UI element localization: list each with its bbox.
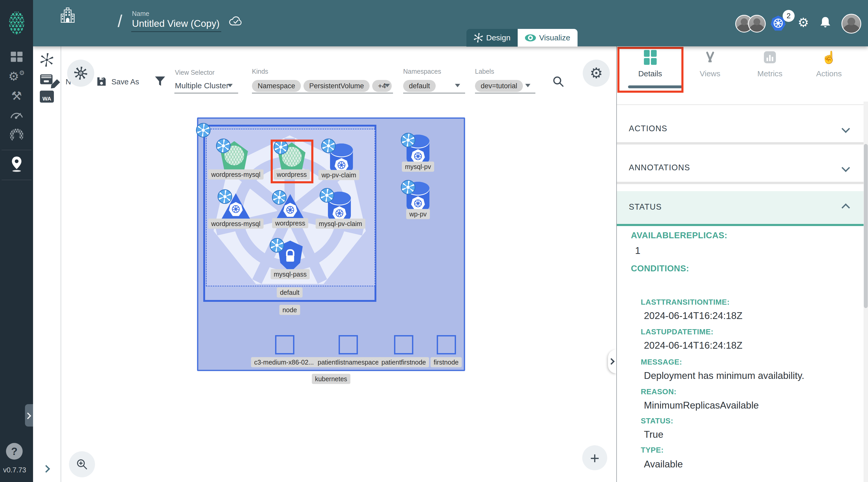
configuration-tools-icon[interactable]: ⚒ xyxy=(11,89,22,103)
design-spiral-icon[interactable] xyxy=(40,53,54,67)
node-label: wordpress xyxy=(272,218,308,229)
machine-node[interactable] xyxy=(339,335,358,354)
node-label: wp-pv-claim xyxy=(318,170,359,180)
kind-chip[interactable]: Namespace xyxy=(252,80,301,92)
kanvas-pin-icon[interactable] xyxy=(10,156,24,173)
annotation-highlight-details-tab xyxy=(617,47,683,93)
machine-node[interactable] xyxy=(275,335,294,354)
meshery-badge-icon xyxy=(321,139,336,153)
user-avatar[interactable] xyxy=(841,14,861,34)
status-value: MinimumReplicasAvailable xyxy=(644,400,759,411)
view-name-input[interactable] xyxy=(131,18,221,32)
meshery-badge-icon xyxy=(401,133,415,147)
tab-design[interactable]: Design xyxy=(466,29,518,47)
kind-chip[interactable]: PersistentVolume xyxy=(304,80,370,92)
lifecycle-gear-icon[interactable]: ⚙⚙ xyxy=(8,69,25,83)
extensions-icon[interactable] xyxy=(10,129,24,142)
app-root: ⚙⚙ ⚒ ? v0.7.73 xyxy=(0,0,868,482)
canvas-settings-button[interactable]: ⚙ xyxy=(583,60,610,87)
dashboard-icon[interactable] xyxy=(11,52,22,62)
component-flower-icon xyxy=(74,67,87,80)
save-as-button[interactable]: Save As xyxy=(112,78,139,86)
organization-building-icon[interactable] xyxy=(59,6,76,25)
save-as-icon[interactable] xyxy=(96,76,107,88)
namespaces-chip-row: default xyxy=(403,80,438,92)
search-icon[interactable] xyxy=(552,75,565,89)
actions-chevron-down-icon[interactable] xyxy=(841,124,850,133)
add-node-button[interactable]: + xyxy=(582,445,607,470)
wasm-filter-icon[interactable]: WA xyxy=(40,91,54,102)
panel-collapse-button[interactable] xyxy=(608,350,616,373)
settings-gear-icon[interactable]: ⚙ xyxy=(798,15,809,30)
section-divider xyxy=(617,142,864,145)
mode-toggle: Design Visualize xyxy=(466,29,578,47)
status-key: AVAILABLEREPLICAS: xyxy=(631,231,727,240)
labels-underline xyxy=(475,93,535,93)
panel-scrollbar-thumb[interactable] xyxy=(864,144,868,308)
namespaces-underline xyxy=(403,93,465,93)
meshery-logo-icon[interactable] xyxy=(9,11,24,34)
zoom-in-button[interactable] xyxy=(69,451,95,477)
collaborator-avatar[interactable] xyxy=(748,15,766,33)
labels-label: Labels xyxy=(475,68,494,75)
performance-gauge-icon[interactable] xyxy=(9,110,24,120)
rail-expand-chevron-icon[interactable] xyxy=(43,466,49,473)
left-sidebar: ⚙⚙ ⚒ ? v0.7.73 xyxy=(0,0,33,482)
design-label: Design xyxy=(486,33,510,42)
meshery-badge-icon xyxy=(320,188,334,203)
sidebar-divider xyxy=(2,150,31,150)
top-header: / Name Design Visualize 2 ⚙ xyxy=(33,0,868,47)
section-divider xyxy=(617,104,864,105)
kinds-label: Kinds xyxy=(252,68,268,75)
view-selector-underline xyxy=(175,93,238,93)
view-selector-value[interactable]: Multiple Cluster xyxy=(175,81,229,90)
kinds-chip-row: Namespace PersistentVolume +4 xyxy=(252,80,394,92)
annotations-chevron-down-icon[interactable] xyxy=(841,163,850,172)
tab-views[interactable]: Views xyxy=(681,49,739,78)
section-divider xyxy=(617,182,864,184)
labels-caret-icon[interactable] xyxy=(525,84,530,87)
notifications-bell-icon[interactable] xyxy=(818,16,832,30)
kinds-caret-icon[interactable] xyxy=(385,84,390,87)
kinds-underline xyxy=(252,93,393,93)
tab-label: Actions xyxy=(800,69,858,78)
status-key: LASTTRANSITIONTIME: xyxy=(641,298,730,306)
section-annotations-title: ANNOTATIONS xyxy=(629,163,690,172)
pointer-hand-icon: ☝ xyxy=(800,49,858,66)
meshery-badge-icon xyxy=(272,190,286,205)
visualize-label: Visualize xyxy=(539,33,570,42)
edit-pencil-icon[interactable] xyxy=(50,78,61,90)
label-chip[interactable]: dev=tutorial xyxy=(475,80,523,92)
filter-funnel-icon[interactable] xyxy=(154,76,166,89)
node-label: patientfirstnode xyxy=(378,357,429,367)
tab-visualize[interactable]: Visualize xyxy=(518,29,578,47)
tab-metrics[interactable]: Metrics xyxy=(741,49,799,78)
view-selector-caret-icon[interactable] xyxy=(227,84,233,87)
namespace-label: default xyxy=(277,288,303,298)
node-label: wordpress-mysql xyxy=(208,170,264,180)
machine-node[interactable] xyxy=(437,335,456,354)
namespaces-label: Namespaces xyxy=(403,68,441,75)
node-meshery-badge-icon xyxy=(196,123,211,138)
view-selector-label: View Selector xyxy=(175,69,214,76)
secondary-rail: WA xyxy=(33,47,61,482)
sidebar-expand-button[interactable] xyxy=(25,404,33,426)
node-label: mysql-pass xyxy=(271,269,310,279)
tab-label: Views xyxy=(681,69,739,78)
status-key: STATUS: xyxy=(641,417,673,425)
status-key: TYPE: xyxy=(641,446,664,454)
component-drag-overlay[interactable] xyxy=(67,60,94,87)
views-icon xyxy=(681,49,739,66)
labels-chip-row: dev=tutorial xyxy=(475,80,526,92)
meshery-badge-icon xyxy=(401,180,415,194)
tab-actions[interactable]: ☝ Actions xyxy=(800,49,858,78)
node-label: mysql-pv-claim xyxy=(316,219,365,229)
help-button[interactable]: ? xyxy=(6,443,23,460)
namespaces-caret-icon[interactable] xyxy=(455,84,460,87)
namespace-chip[interactable]: default xyxy=(403,80,436,92)
status-key: CONDITIONS: xyxy=(631,264,689,273)
canvas-gear-icon: ⚙ xyxy=(583,60,610,87)
status-value: Available xyxy=(644,459,683,470)
meshery-badge-icon xyxy=(216,139,230,153)
machine-node[interactable] xyxy=(394,335,413,354)
